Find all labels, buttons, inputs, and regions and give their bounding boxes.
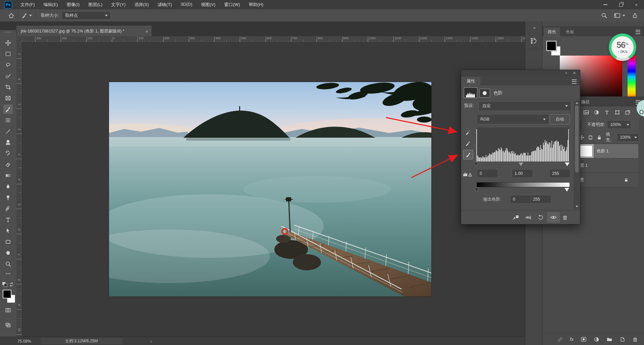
fill-dropdown[interactable]: 100% bbox=[617, 133, 639, 142]
new-layer-icon[interactable] bbox=[620, 337, 625, 342]
canvas-area[interactable]: 3002001000100200300400500600700800900100… bbox=[16, 36, 525, 337]
lock-all-icon[interactable] bbox=[597, 135, 602, 140]
scroll-down-icon[interactable] bbox=[576, 206, 578, 207]
new-group-icon[interactable] bbox=[606, 337, 612, 342]
frame-tool[interactable] bbox=[3, 93, 13, 103]
panel-menu-icon[interactable] bbox=[572, 79, 577, 84]
filter-type-layers-icon[interactable] bbox=[604, 110, 610, 115]
status-chevron-icon[interactable]: › bbox=[150, 339, 152, 344]
preset-dropdown[interactable]: 自定 bbox=[479, 101, 571, 111]
layer-style-icon[interactable]: fx bbox=[570, 337, 574, 342]
zoom-tool[interactable] bbox=[3, 259, 13, 269]
foreground-color-swatch[interactable] bbox=[546, 41, 556, 51]
foreground-color-swatch[interactable] bbox=[3, 290, 11, 298]
pen-tool[interactable] bbox=[3, 204, 13, 213]
hue-slider[interactable] bbox=[628, 56, 636, 101]
edit-toolbar-icon[interactable] bbox=[3, 270, 13, 277]
layer-name[interactable]: 层 1 bbox=[580, 163, 588, 168]
gray-point-eyedropper[interactable] bbox=[463, 139, 473, 148]
document-tab[interactable]: jhk-1603017881527.jpg @ 75.1% (色阶 1, 图层蒙… bbox=[16, 26, 152, 37]
history-brush-tool[interactable] bbox=[3, 149, 13, 158]
shape-tool[interactable] bbox=[3, 237, 13, 247]
new-adjustment-layer-icon[interactable] bbox=[594, 337, 599, 342]
menu-item[interactable]: 图层(L) bbox=[84, 2, 107, 8]
panel-scrollbar[interactable] bbox=[574, 101, 580, 209]
toolbar-grabber[interactable] bbox=[5, 31, 11, 33]
menu-item[interactable]: 编辑(E) bbox=[39, 2, 62, 8]
scrollbar-thumb[interactable] bbox=[575, 106, 579, 172]
minimize-button[interactable] bbox=[598, 0, 613, 9]
type-tool[interactable] bbox=[3, 215, 13, 224]
object-selection-tool[interactable] bbox=[3, 71, 13, 81]
close-button[interactable]: × bbox=[629, 0, 644, 9]
menu-item[interactable]: 帮助(H) bbox=[244, 2, 268, 8]
input-highlight-slider[interactable] bbox=[565, 162, 570, 166]
close-panel-icon[interactable]: ✕ bbox=[573, 71, 576, 75]
menu-item[interactable]: 窗口(W) bbox=[220, 2, 244, 8]
delete-adjustment-icon[interactable] bbox=[560, 212, 570, 222]
healing-brush-tool[interactable] bbox=[3, 116, 13, 125]
search-icon[interactable] bbox=[601, 12, 607, 18]
input-midtone-slider[interactable] bbox=[519, 162, 523, 166]
view-previous-state-icon[interactable] bbox=[524, 212, 534, 222]
menu-item[interactable]: 选择(S) bbox=[130, 2, 153, 8]
layer-name[interactable]: 色阶 1 bbox=[597, 148, 608, 154]
scroll-up-icon[interactable] bbox=[576, 102, 578, 104]
blur-tool[interactable] bbox=[3, 182, 13, 191]
document-info-field[interactable]: 文档:3.12M/6.25M › bbox=[41, 338, 122, 344]
black-point-eyedropper[interactable] bbox=[463, 128, 473, 137]
levels-histogram[interactable] bbox=[476, 127, 570, 162]
tab-close-icon[interactable]: × bbox=[146, 29, 148, 34]
output-shadow-slider[interactable] bbox=[474, 188, 479, 192]
eyedropper-tool[interactable] bbox=[3, 105, 13, 114]
brush-tool[interactable] bbox=[3, 127, 13, 136]
menu-item[interactable]: 文件(F) bbox=[16, 2, 39, 8]
net-speed-badge[interactable]: 56% ↑ 0K/s bbox=[609, 33, 636, 61]
channel-dropdown[interactable]: RGB bbox=[477, 114, 549, 124]
auto-button[interactable]: 自动 bbox=[550, 114, 570, 124]
home-icon[interactable] bbox=[8, 12, 14, 19]
path-selection-tool[interactable] bbox=[3, 226, 13, 235]
lasso-tool[interactable] bbox=[3, 60, 13, 70]
menu-item[interactable]: 视图(V) bbox=[197, 2, 220, 8]
history-panel-icon[interactable] bbox=[526, 33, 541, 49]
white-point-eyedropper[interactable] bbox=[463, 150, 473, 159]
tab-properties[interactable]: 属性 bbox=[461, 77, 480, 85]
dodge-tool[interactable] bbox=[3, 193, 13, 202]
filter-adjustment-layers-icon[interactable] bbox=[594, 110, 599, 115]
horizontal-ruler[interactable]: 3002001000100200300400500600700800900100… bbox=[22, 36, 525, 43]
swap-colors-icon[interactable] bbox=[1, 281, 15, 288]
menu-item[interactable]: 滤镜(T) bbox=[153, 2, 176, 8]
collapse-panels-icon[interactable]: « bbox=[533, 25, 536, 30]
menu-item[interactable]: 图像(I) bbox=[62, 2, 84, 8]
vertical-ruler[interactable]: 1012345678910 bbox=[16, 42, 22, 337]
filter-smart-objects-icon[interactable] bbox=[625, 110, 631, 115]
clone-stamp-tool[interactable] bbox=[3, 138, 13, 147]
output-highlight-slider[interactable] bbox=[565, 188, 569, 192]
collapse-panel-icon[interactable]: « bbox=[565, 71, 567, 75]
hand-tool[interactable] bbox=[3, 248, 13, 258]
tab-swatches[interactable]: 色板 bbox=[562, 27, 578, 36]
move-tool[interactable] bbox=[3, 38, 13, 48]
opacity-dropdown[interactable]: 100% bbox=[607, 120, 631, 129]
share-icon[interactable] bbox=[632, 12, 638, 18]
reset-adjustment-icon[interactable] bbox=[536, 212, 546, 222]
workspace-icon[interactable] bbox=[614, 12, 625, 18]
properties-panel-header[interactable]: « ✕ bbox=[461, 70, 580, 77]
delete-layer-icon[interactable] bbox=[632, 337, 638, 342]
link-layers-icon[interactable] bbox=[557, 337, 563, 342]
input-highlight-field[interactable]: 255 bbox=[549, 169, 571, 178]
layer-name[interactable]: 景 bbox=[580, 177, 584, 183]
gradient-tool[interactable] bbox=[3, 171, 13, 180]
lock-artboard-icon[interactable] bbox=[588, 135, 593, 140]
add-mask-icon[interactable] bbox=[581, 337, 587, 342]
quick-mask-icon[interactable] bbox=[3, 305, 13, 315]
clip-to-layer-icon[interactable] bbox=[511, 212, 521, 222]
tab-color[interactable]: 颜色 bbox=[544, 27, 560, 36]
input-midtone-field[interactable]: 1.00 bbox=[512, 169, 533, 178]
output-shadow-field[interactable]: 0 bbox=[510, 195, 531, 204]
marquee-tool[interactable] bbox=[3, 49, 13, 59]
eraser-tool[interactable] bbox=[3, 160, 13, 169]
filter-pixel-layers-icon[interactable] bbox=[583, 110, 589, 115]
sample-size-dropdown[interactable]: 取样点 bbox=[61, 11, 111, 20]
